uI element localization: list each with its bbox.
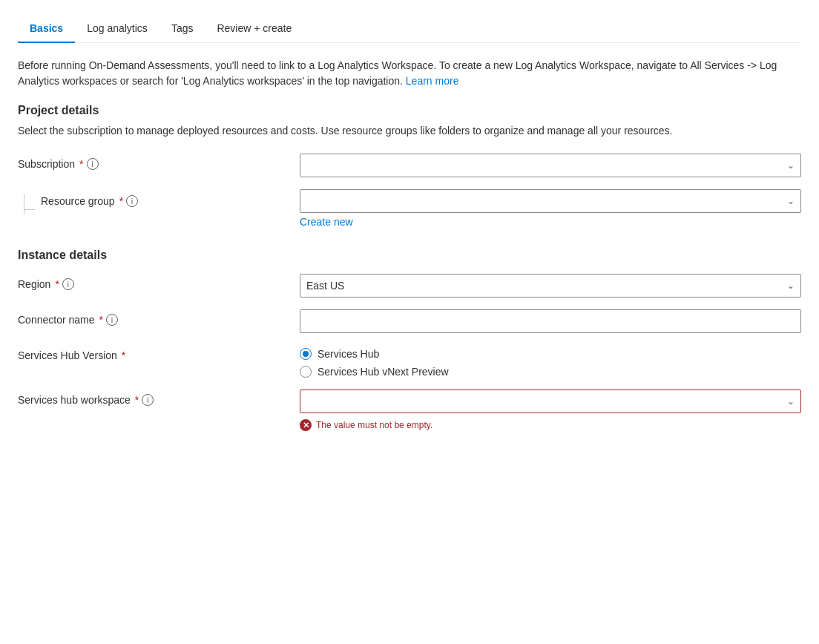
error-text: The value must not be empty. bbox=[316, 420, 432, 430]
tab-log-analytics[interactable]: Log analytics bbox=[75, 15, 159, 43]
services-hub-version-label: Services Hub Version bbox=[18, 349, 117, 361]
region-required: * bbox=[55, 278, 59, 290]
radio-item-services-hub[interactable]: Services Hub bbox=[300, 348, 801, 360]
subscription-label: Subscription bbox=[18, 158, 75, 170]
resource-group-row: Resource group * i ⌄ Create new bbox=[18, 189, 801, 228]
resource-group-required: * bbox=[119, 195, 123, 207]
connector-name-label-col: Connector name * i bbox=[18, 309, 300, 326]
tab-bar: Basics Log analytics Tags Review + creat… bbox=[18, 15, 801, 43]
instance-details-title: Instance details bbox=[18, 249, 801, 262]
learn-more-link[interactable]: Learn more bbox=[406, 75, 459, 87]
project-details-description: Select the subscription to manage deploy… bbox=[18, 123, 801, 139]
resource-group-dropdown[interactable]: ⌄ bbox=[300, 189, 801, 213]
services-hub-workspace-info-icon[interactable]: i bbox=[142, 394, 154, 406]
services-hub-version-radio-group: Services Hub Services Hub vNext Preview bbox=[300, 345, 801, 378]
connector-name-info-icon[interactable]: i bbox=[106, 314, 118, 326]
error-icon: ✕ bbox=[300, 419, 312, 431]
project-details-section: Project details Select the subscription … bbox=[18, 104, 801, 243]
services-hub-workspace-control: ⌄ ✕ The value must not be empty. bbox=[300, 390, 801, 431]
services-hub-workspace-required: * bbox=[135, 394, 139, 406]
region-label-col: Region * i bbox=[18, 274, 300, 290]
services-hub-workspace-label-col: Services hub workspace * i bbox=[18, 390, 300, 406]
instance-details-section: Instance details Region * i East US ⌄ Co… bbox=[18, 249, 801, 431]
connector-name-control bbox=[300, 309, 801, 333]
subscription-required: * bbox=[79, 158, 83, 170]
tab-tags[interactable]: Tags bbox=[159, 15, 205, 43]
tab-review-create[interactable]: Review + create bbox=[205, 15, 303, 43]
region-chevron-icon: ⌄ bbox=[787, 280, 795, 291]
intro-description: Before running On-Demand Assessments, yo… bbox=[18, 58, 801, 89]
tab-basics[interactable]: Basics bbox=[18, 15, 75, 43]
region-dropdown-value: East US bbox=[306, 280, 344, 292]
region-label: Region bbox=[18, 278, 50, 290]
connector-name-row: Connector name * i bbox=[18, 309, 801, 333]
services-hub-workspace-label: Services hub workspace bbox=[18, 394, 131, 406]
region-control: East US ⌄ bbox=[300, 274, 801, 298]
radio-dot-services-hub bbox=[303, 351, 309, 357]
subscription-chevron-icon: ⌄ bbox=[787, 160, 795, 171]
instance-title-spacer bbox=[18, 268, 801, 274]
subscription-control: ⌄ bbox=[300, 154, 801, 177]
subscription-row: Subscription * i ⌄ bbox=[18, 154, 801, 177]
radio-label-services-hub-vnext: Services Hub vNext Preview bbox=[318, 366, 449, 378]
create-new-link[interactable]: Create new bbox=[300, 216, 801, 228]
services-hub-version-control: Services Hub Services Hub vNext Preview bbox=[300, 345, 801, 378]
connector-name-label: Connector name bbox=[18, 314, 95, 326]
services-hub-version-label-col: Services Hub Version * bbox=[18, 345, 300, 361]
main-content: Basics Log analytics Tags Review + creat… bbox=[18, 15, 801, 431]
radio-circle-services-hub bbox=[300, 348, 312, 360]
services-hub-workspace-chevron-icon: ⌄ bbox=[787, 396, 795, 407]
services-hub-version-required: * bbox=[122, 349, 125, 361]
resource-group-label-col: Resource group * i bbox=[18, 189, 300, 214]
radio-item-services-hub-vnext[interactable]: Services Hub vNext Preview bbox=[300, 366, 801, 378]
project-details-title: Project details bbox=[18, 104, 801, 117]
resource-group-label: Resource group bbox=[41, 195, 115, 207]
resource-group-info-icon[interactable]: i bbox=[126, 195, 138, 207]
radio-label-services-hub: Services Hub bbox=[318, 348, 379, 360]
region-row: Region * i East US ⌄ bbox=[18, 274, 801, 298]
radio-circle-services-hub-vnext bbox=[300, 366, 312, 378]
resource-group-chevron-icon: ⌄ bbox=[787, 196, 795, 206]
subscription-label-col: Subscription * i bbox=[18, 154, 300, 170]
services-hub-workspace-dropdown[interactable]: ⌄ bbox=[300, 390, 801, 413]
region-info-icon[interactable]: i bbox=[62, 278, 74, 290]
section-spacer-1 bbox=[18, 231, 801, 243]
resource-group-control: ⌄ Create new bbox=[300, 189, 801, 228]
services-hub-workspace-error: ✕ The value must not be empty. bbox=[300, 419, 801, 431]
region-dropdown[interactable]: East US ⌄ bbox=[300, 274, 801, 298]
subscription-info-icon[interactable]: i bbox=[87, 158, 99, 170]
services-hub-version-row: Services Hub Version * Services Hub Serv… bbox=[18, 345, 801, 378]
connector-name-input[interactable] bbox=[300, 309, 801, 333]
subscription-dropdown[interactable]: ⌄ bbox=[300, 154, 801, 177]
connector-name-required: * bbox=[99, 314, 103, 326]
services-hub-workspace-row: Services hub workspace * i ⌄ ✕ The value… bbox=[18, 390, 801, 431]
